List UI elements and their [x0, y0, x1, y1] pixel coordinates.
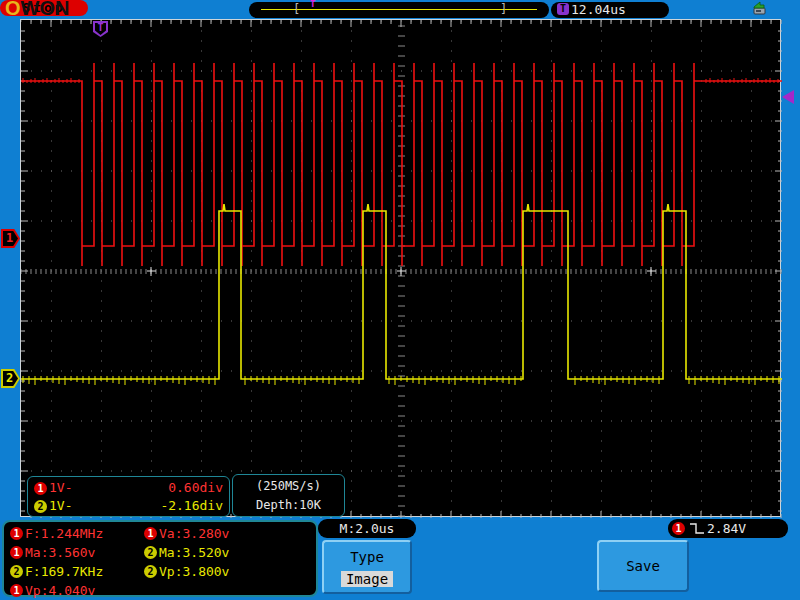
meas-ch-badge: 2	[10, 565, 23, 578]
type-menu-value[interactable]: Image	[341, 571, 393, 587]
channel-scale-box: 1 1V- 0.60div 2 1V- -2.16div	[27, 476, 230, 517]
meas-value: Vp:4.040v	[25, 581, 95, 600]
ch1-scale: 1V-	[49, 479, 72, 497]
meas-value: Ma:3.520v	[159, 543, 229, 562]
record-depth: Depth:10K	[233, 496, 344, 515]
ch1-badge: 1	[34, 482, 47, 495]
measurement-row: 1 Ma:3.560v	[10, 543, 103, 562]
type-menu-button[interactable]: Type Image	[322, 540, 412, 594]
falling-edge-icon	[689, 522, 705, 535]
trigger-level-arrow[interactable]	[782, 90, 794, 104]
meas-value: Ma:3.560v	[25, 543, 95, 562]
measurement-row: 1 Vp:4.040v	[10, 581, 103, 600]
meas-value: F:169.7KHz	[25, 562, 103, 581]
meas-ch-badge: 2	[144, 565, 157, 578]
trigger-time-value: 12.04us	[571, 2, 626, 17]
save-button[interactable]: Save	[597, 540, 689, 592]
memory-window-right-bracket: ]	[500, 2, 507, 17]
trigger-level-value: 2.84V	[707, 519, 746, 538]
measurement-row: 2 Ma:3.520v	[144, 543, 229, 562]
owon-logo: OWON	[5, 0, 69, 20]
measurement-row: 1 F:1.244MHz	[10, 524, 103, 543]
ch2-scale: 1V-	[49, 497, 72, 515]
memory-window-left-bracket: [	[293, 2, 300, 17]
usb-storage-icon	[751, 1, 767, 16]
oscilloscope-screen: { "header": { "logo_text": "OWON", "run_…	[0, 0, 800, 600]
ch2-offset: -2.16div	[160, 497, 223, 515]
ch1-zero-marker[interactable]: 1	[1, 229, 20, 248]
acquisition-box: (250MS/s) Depth:10K	[232, 474, 345, 517]
memory-trigger-marker: T	[310, 0, 315, 9]
type-menu-title: Type	[324, 549, 410, 565]
ch1-offset: 0.60div	[168, 479, 223, 497]
meas-ch-badge: 1	[10, 584, 23, 597]
meas-value: Vp:3.800v	[159, 562, 229, 581]
meas-value: Va:3.280v	[159, 524, 229, 543]
meas-ch-badge: 2	[144, 546, 157, 559]
meas-ch-badge: 1	[10, 546, 23, 559]
memory-position-bar[interactable]: [ ] T	[249, 2, 549, 18]
measurement-row: 2 F:169.7KHz	[10, 562, 103, 581]
memory-span-line	[261, 9, 537, 10]
meas-ch-badge: 1	[10, 527, 23, 540]
meas-ch-badge: 1	[144, 527, 157, 540]
measurement-row: 1 Va:3.280v	[144, 524, 229, 543]
trigger-source-badge: 1	[672, 522, 685, 535]
trigger-time-readout: T12.04us	[551, 2, 669, 18]
measurement-row: 2 Vp:3.800v	[144, 562, 229, 581]
trigger-t-icon: T	[557, 3, 569, 15]
ch2-badge: 2	[34, 500, 47, 513]
meas-value: F:1.244MHz	[25, 524, 103, 543]
measurements-panel: 1 F:1.244MHz 1 Ma:3.560v 2 F:169.7KHz 1 …	[2, 520, 318, 597]
timebase-readout: M:2.0us	[318, 519, 416, 538]
ch2-zero-marker[interactable]: 2	[1, 369, 20, 388]
trigger-level-readout: 1 2.84V	[668, 519, 788, 538]
sample-rate: (250MS/s)	[233, 477, 344, 496]
